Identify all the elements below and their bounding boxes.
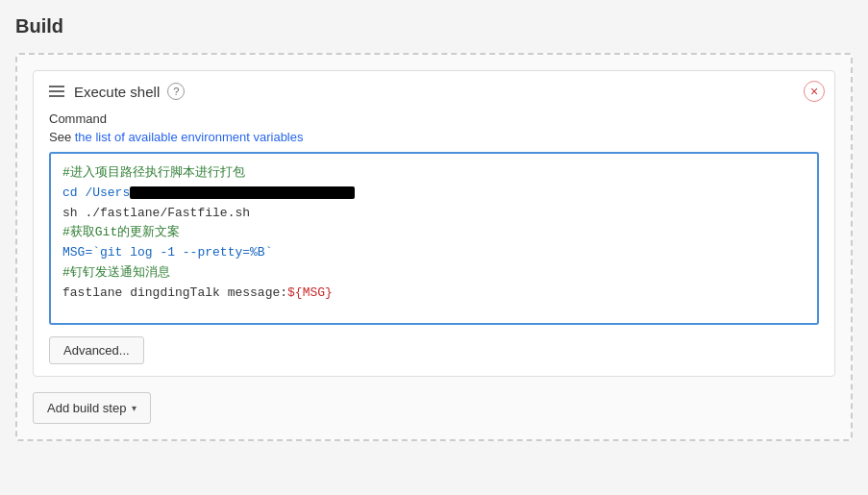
add-build-step-button[interactable]: Add build step ▾: [33, 392, 151, 424]
build-container: Execute shell ? × Command See the list o…: [15, 53, 853, 441]
step-title: Execute shell: [74, 84, 160, 100]
code-editor[interactable]: #进入项目路径执行脚本进行打包 cd /Users sh ./fastlane/…: [49, 152, 819, 325]
drag-handle-icon[interactable]: [49, 86, 64, 97]
step-header: Execute shell ?: [49, 83, 819, 100]
dropdown-arrow-icon: ▾: [132, 403, 136, 413]
close-button[interactable]: ×: [804, 81, 825, 102]
field-label: Command: [49, 111, 819, 126]
advanced-button[interactable]: Advanced...: [49, 336, 144, 364]
env-vars-link[interactable]: the list of available environment variab…: [75, 130, 304, 144]
step-card: Execute shell ? × Command See the list o…: [33, 70, 835, 377]
help-icon[interactable]: ?: [167, 83, 185, 100]
add-step-container: Add build step ▾: [33, 392, 835, 424]
add-build-step-label: Add build step: [47, 401, 126, 415]
page-title: Build: [15, 15, 853, 37]
env-vars-text: See the list of available environment va…: [49, 130, 819, 144]
